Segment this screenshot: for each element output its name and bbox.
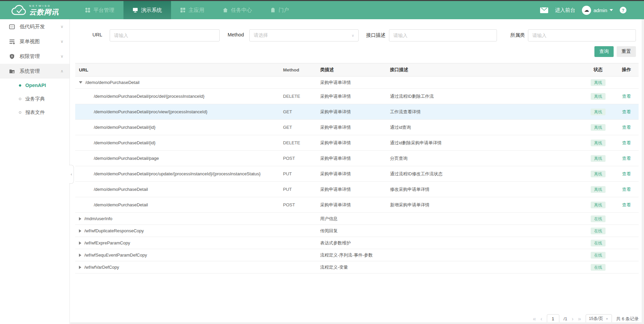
column-header-method[interactable]: Method — [283, 67, 320, 72]
sidebar-subitem-label: 业务字典 — [25, 96, 45, 102]
expand-caret-icon[interactable] — [79, 254, 81, 257]
sidebar-subitem[interactable]: 业务字典 — [0, 92, 69, 106]
table-row[interactable]: /wf/wfDuplicateResponseCopy传阅回复在线 — [75, 225, 639, 237]
api-url-text: /wf/wfExpreParamCopy — [84, 240, 130, 245]
nav-tab-label: 门户 — [279, 7, 289, 14]
nav-tab-1[interactable]: 平台管理 — [76, 1, 123, 19]
sidebar-item-label: 菜单视图 — [20, 38, 40, 45]
main-content: URL Method 请选择 ∨ 接口描述 所属类 查询 重置 URL Meth… — [70, 19, 644, 324]
nav-tab-5[interactable]: 门户 — [261, 1, 298, 19]
expand-caret-icon[interactable] — [79, 229, 81, 233]
sidebar-collapse-handle[interactable]: ‹ — [69, 165, 74, 184]
view-link[interactable]: 查看 — [622, 186, 631, 193]
class-desc-text: 采购申请单详情 — [320, 186, 390, 193]
portal-icon — [270, 7, 276, 13]
vertical-scrollbar[interactable] — [642, 19, 644, 324]
search-button[interactable]: 查询 — [594, 46, 614, 57]
table-row[interactable]: /demo/demoPurchaseDetail/proc/update/{pr… — [75, 166, 639, 182]
page-size-select[interactable]: 15条/页 ▼ — [586, 314, 612, 323]
sidebar-subitem[interactable]: OpenAPI — [0, 79, 69, 92]
brand-logo[interactable]: NETWISD 云数网讯 — [0, 5, 70, 16]
current-page-box[interactable]: 1 — [547, 314, 559, 323]
grid-icon — [85, 7, 90, 13]
view-link[interactable]: 查看 — [622, 93, 631, 99]
status-badge: 离线 — [591, 171, 606, 177]
sidebar-subitem-label: 报表文件 — [25, 109, 45, 116]
class-desc-text: 采购申请单详情 — [320, 93, 390, 99]
home-icon — [223, 7, 228, 13]
status-badge: 离线 — [591, 109, 606, 115]
prev-page-icon[interactable]: ‹ — [540, 316, 542, 322]
class-desc-text: 采购申请单详情 — [320, 155, 390, 161]
status-badge: 离线 — [591, 202, 606, 208]
svg-text:</>: </> — [10, 26, 13, 28]
table-row[interactable]: /wf/wfVarDefCopy流程定义-变量在线 — [75, 261, 639, 273]
top-navbar: NETWISD 云数网讯 平台管理演示系统主应用任务中心门户 进入前台 ☁ ad… — [0, 1, 644, 19]
nav-tab-3[interactable]: 主应用 — [171, 1, 214, 19]
table-row[interactable]: /demo/demoPurchaseDetail/pagePOST采购申请单详情… — [75, 151, 639, 166]
api-url-text: /demo/demoPurchaseDetail/proc/del/{proce… — [94, 94, 204, 99]
sidebar-item[interactable]: 系统管理∧ — [0, 64, 69, 79]
topbar-right: 进入前台 ☁ admin ? — [540, 6, 644, 15]
sidebar-item[interactable]: </>低代码开发∨ — [0, 19, 69, 34]
class-desc-text: 流程定义-变量 — [320, 264, 390, 270]
expand-caret-icon[interactable] — [79, 217, 81, 220]
nav-tab-label: 任务中心 — [231, 7, 252, 14]
username-label: admin — [593, 7, 607, 13]
method-filter-select[interactable]: 请选择 ∨ — [249, 29, 359, 41]
column-header-action[interactable]: 操作 — [614, 67, 639, 73]
class-desc-text: 用户信息 — [320, 216, 390, 222]
select-chevron-icon: ∨ — [352, 33, 354, 38]
sidebar-subitem[interactable]: 报表文件 — [0, 106, 69, 119]
table-row[interactable]: /wf/wfExpreParamCopy表达式参数维护在线 — [75, 237, 639, 249]
horizontal-scrollbar[interactable] — [70, 322, 644, 324]
code-icon: </> — [9, 24, 15, 30]
mail-icon[interactable] — [540, 7, 548, 13]
table-row[interactable]: /demo/demoPurchaseDetailPOST采购申请单详情新增采购申… — [75, 197, 639, 213]
sidebar-item[interactable]: 菜单视图∨ — [0, 34, 69, 49]
api-url-text: /demo/demoPurchaseDetail/proc/update/{pr… — [94, 171, 260, 176]
view-link[interactable]: 查看 — [622, 171, 631, 177]
table-row[interactable]: /demo/demoPurchaseDetail/proc/del/{proce… — [75, 89, 639, 104]
expand-caret-icon[interactable] — [79, 266, 81, 269]
view-link[interactable]: 查看 — [622, 124, 631, 130]
table-row[interactable]: /demo/demoPurchaseDetail/proc/view/{proc… — [75, 104, 639, 120]
view-link[interactable]: 查看 — [622, 155, 631, 161]
api-desc-text: 通过流程ID修改工作流状态 — [390, 171, 582, 177]
column-header-api-desc[interactable]: 接口描述 — [390, 67, 582, 73]
sidebar-item[interactable]: 权限管理∨ — [0, 49, 69, 64]
view-link[interactable]: 查看 — [622, 140, 631, 146]
column-header-status[interactable]: 状态 — [582, 67, 614, 73]
avatar: ☁ — [582, 6, 591, 15]
column-header-class-desc[interactable]: 类描述 — [320, 67, 390, 73]
view-link[interactable]: 查看 — [622, 109, 631, 115]
folder-icon — [9, 68, 15, 74]
last-page-icon[interactable]: » — [578, 316, 581, 322]
table-row[interactable]: /mdm/userInfo用户信息在线 — [75, 213, 639, 225]
table-row[interactable]: /demo/demoPurchaseDetailPUT采购申请单详情修改采购申请… — [75, 182, 639, 197]
reset-button[interactable]: 重置 — [617, 46, 636, 57]
column-header-url[interactable]: URL — [75, 67, 283, 72]
table-row[interactable]: /demo/demoPurchaseDetail/{id}DELETE采购申请单… — [75, 135, 639, 151]
category-filter-input[interactable] — [528, 29, 636, 41]
api-desc-filter-input[interactable] — [389, 29, 497, 41]
class-desc-text: 采购申请单详情 — [320, 140, 390, 146]
collapse-caret-icon[interactable] — [79, 81, 82, 84]
table-row[interactable]: /demo/demoPurchaseDetail采购申请单详情离线 — [75, 77, 639, 89]
nav-tab-4[interactable]: 任务中心 — [214, 1, 261, 19]
next-page-icon[interactable]: › — [571, 316, 573, 322]
bullet-icon — [19, 111, 21, 114]
table-row[interactable]: /wf/wfSequEventParamDefCopy流程定义-序列流-事件-参… — [75, 249, 639, 261]
nav-tab-2[interactable]: 演示系统 — [123, 1, 171, 19]
help-icon[interactable]: ? — [620, 7, 626, 13]
user-menu[interactable]: ☁ admin — [582, 6, 613, 15]
api-method-text: PUT — [283, 171, 320, 176]
expand-caret-icon[interactable] — [79, 241, 81, 245]
view-link[interactable]: 查看 — [622, 202, 631, 208]
table-row[interactable]: /demo/demoPurchaseDetail/{id}GET采购申请单详情通… — [75, 120, 639, 135]
url-filter-label: URL — [84, 32, 102, 37]
url-filter-input[interactable] — [110, 29, 220, 41]
enter-front-link[interactable]: 进入前台 — [555, 7, 575, 13]
class-desc-text: 流程定义-序列流-事件-参数 — [320, 252, 390, 258]
first-page-icon[interactable]: « — [533, 316, 536, 322]
